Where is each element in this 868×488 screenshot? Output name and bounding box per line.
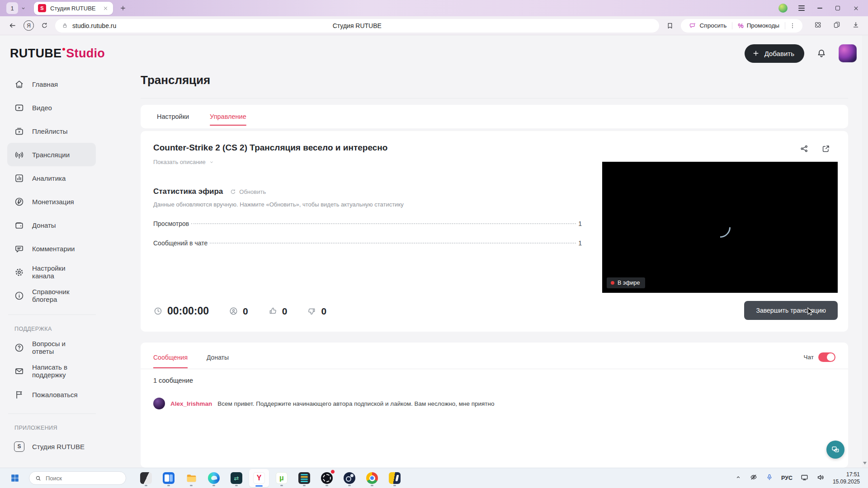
ya-glyph: Я <box>27 23 31 29</box>
browser-menu-icon[interactable] <box>797 4 806 12</box>
sidebar-item-faq[interactable]: Вопросы и ответы <box>7 336 96 359</box>
sidebar-item-report[interactable]: Пожаловаться <box>7 383 96 406</box>
utorrent-icon[interactable]: µ <box>272 469 292 487</box>
yandex-browser-icon[interactable]: Y <box>249 469 269 487</box>
user-avatar[interactable] <box>839 44 857 62</box>
chip-menu-button[interactable] <box>785 19 800 33</box>
browser-tab[interactable]: S Студия RUTUBE <box>34 2 113 15</box>
show-description-link[interactable]: Показать описание <box>153 159 215 165</box>
sidebar-item-playlists[interactable]: Плейлисты <box>7 119 96 143</box>
feedback-button[interactable] <box>826 441 844 459</box>
refresh-icon <box>230 188 236 195</box>
tab-group-chip[interactable]: 1 <box>6 2 18 14</box>
viewer-icon <box>229 306 238 316</box>
favicon-letter: S <box>40 5 43 11</box>
sidebar-item-contact-support[interactable]: Написать в поддержку <box>7 359 96 383</box>
chevron-down-icon[interactable] <box>20 5 27 12</box>
language-indicator[interactable]: РУС <box>781 475 793 481</box>
audio-app-icon[interactable] <box>294 469 314 487</box>
tray-network-icon[interactable] <box>800 473 809 483</box>
tab-group[interactable]: 1 <box>6 2 27 14</box>
add-button[interactable]: Добавить <box>745 44 804 63</box>
message-text: Всем привет. Поддержите начинающего авто… <box>217 400 494 407</box>
stat-label: Сообщений в чате <box>153 239 208 247</box>
game-app-icon[interactable] <box>385 469 405 487</box>
sidebar-item-analytics[interactable]: Аналитика <box>7 166 96 190</box>
bookmark-icon[interactable] <box>666 22 674 30</box>
collections-icon[interactable] <box>833 21 841 31</box>
close-tab-icon[interactable] <box>103 5 108 11</box>
tray-volume-icon[interactable] <box>816 473 825 483</box>
yandex-services-icon[interactable]: Я <box>24 20 34 31</box>
logo-rutube: RUTUBE <box>10 47 61 61</box>
close-window-button[interactable] <box>852 4 860 12</box>
ask-ai-button[interactable]: Спросить <box>684 19 732 33</box>
sidebar-item-home[interactable]: Главная <box>7 72 96 96</box>
dotted-leader <box>191 223 576 224</box>
back-button[interactable] <box>8 21 17 30</box>
sidebar-item-donations[interactable]: Донаты <box>7 213 96 237</box>
address-bar[interactable]: studio.rutube.ru Студия RUTUBE <box>55 19 659 33</box>
sidebar-item-blogger-guide[interactable]: Справочник блогера <box>7 284 96 307</box>
refresh-link[interactable]: Обновить <box>230 188 266 195</box>
tab-management[interactable]: Управление <box>210 105 246 128</box>
end-broadcast-button[interactable]: Завершить трансляцию <box>744 301 838 320</box>
notifications-bell-icon[interactable] <box>816 48 827 59</box>
sidebar-item-video[interactable]: Видео <box>7 96 96 119</box>
viewers-counter: 0 <box>229 306 248 317</box>
stat-value: 1 <box>578 220 582 227</box>
sidebar-item-broadcasts[interactable]: Трансляции <box>7 143 96 166</box>
rutube-studio-logo[interactable]: RUTUBE Studio <box>10 47 105 61</box>
search-input[interactable] <box>46 475 113 482</box>
obs-icon[interactable] <box>317 469 337 487</box>
sidebar-item-label: Комментарии <box>32 245 75 253</box>
home-icon <box>14 79 24 89</box>
file-explorer-icon[interactable] <box>181 469 201 487</box>
message-author[interactable]: Alex_Irishman <box>170 400 212 407</box>
video-player[interactable]: В эфире <box>602 162 838 293</box>
logo-dot <box>62 48 65 51</box>
taskbar-search[interactable] <box>29 471 126 485</box>
steam-icon[interactable] <box>340 469 359 487</box>
sidebar-item-studio-app[interactable]: S Студия RUTUBE <box>7 435 96 458</box>
divider <box>141 98 848 99</box>
media-app-icon[interactable]: ⇄ <box>226 469 246 487</box>
tab-settings[interactable]: Настройки <box>157 105 189 128</box>
date: 15.09.2025 <box>833 478 860 485</box>
tab-donations[interactable]: Донаты <box>207 354 229 361</box>
widgets-app-icon[interactable] <box>159 469 179 487</box>
share-icon[interactable] <box>799 144 809 155</box>
tray-hidden-icon[interactable] <box>750 473 758 483</box>
promocodes-button[interactable]: % Промокоды <box>732 19 785 33</box>
scroll-down-arrow[interactable] <box>863 462 867 465</box>
lock-icon <box>61 22 68 29</box>
time: 17:51 <box>833 471 860 478</box>
photos-app-icon[interactable] <box>136 469 156 487</box>
chat-toggle[interactable] <box>818 352 835 362</box>
edge-icon[interactable] <box>204 469 224 487</box>
extensions-icon[interactable] <box>814 21 822 31</box>
tray-microphone-icon[interactable] <box>765 473 774 483</box>
sidebar-item-channel-settings[interactable]: Настройки канала <box>7 260 96 284</box>
screen: 1 S Студия RUTUBE Я studio.rutube <box>0 0 868 488</box>
dislikes-counter: 0 <box>307 306 326 317</box>
tab-messages[interactable]: Сообщения <box>153 354 188 361</box>
url-text[interactable]: studio.rutube.ru <box>72 22 116 29</box>
reload-button[interactable] <box>41 22 48 29</box>
external-link-icon[interactable] <box>821 144 831 155</box>
avatar[interactable] <box>153 398 165 409</box>
downloads-icon[interactable] <box>852 21 860 31</box>
sidebar-item-monetization[interactable]: Монетизация <box>7 190 96 213</box>
chrome-icon[interactable] <box>362 469 382 487</box>
rutube-studio-page: RUTUBE Studio Добавить Главная Видео Пле… <box>0 35 868 468</box>
tray-chevron-up-icon[interactable] <box>735 474 742 483</box>
sidebar-divider <box>8 413 96 414</box>
minimize-button[interactable] <box>816 4 824 12</box>
maximize-button[interactable] <box>834 4 842 12</box>
windows-start-button[interactable] <box>6 469 24 487</box>
new-tab-button[interactable] <box>119 5 127 12</box>
clock[interactable]: 17:51 15.09.2025 <box>833 471 860 485</box>
scrollbar[interactable] <box>862 35 868 468</box>
browser-profile-avatar[interactable] <box>778 4 788 13</box>
sidebar-item-comments[interactable]: Комментарии <box>7 237 96 260</box>
